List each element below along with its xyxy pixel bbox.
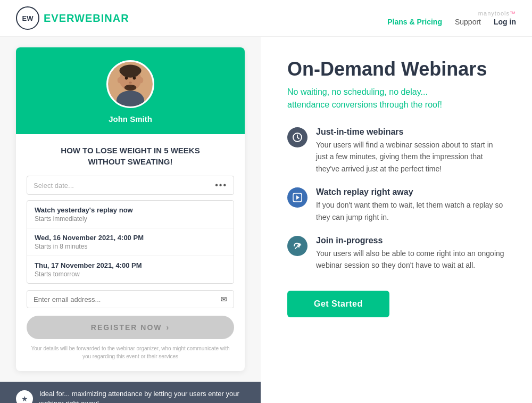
header: EW EVERWEBINAR manytools™ Plans & Pricin… [0,0,532,37]
option-title-3: Thu, 17 November 2021, 4:00 PM [35,261,226,269]
webinar-card: John Smith HOW TO LOSE WEIGHT IN 5 WEEKS… [16,47,245,371]
email-icon: ✉ [221,295,227,303]
nav-plans-pricing[interactable]: Plans & Pricing [387,18,442,26]
option-item-3[interactable]: Thu, 17 November 2021, 4:00 PM Starts to… [27,256,234,283]
bottom-bar: ★ Ideal for... maximizing attendance by … [0,382,261,403]
option-title-2: Wed, 16 November 2021, 4:00 PM [35,234,226,242]
brand-name: EVERWEBINAR [44,12,129,24]
main-container: John Smith HOW TO LOSE WEIGHT IN 5 WEEKS… [0,37,532,403]
nav-support[interactable]: Support [455,18,481,26]
dots-icon: ••• [215,180,227,190]
star-circle: ★ [16,390,33,403]
option-item-2[interactable]: Wed, 16 November 2021, 4:00 PM Starts in… [27,228,234,256]
nav-links: Plans & Pricing Support Log in [387,18,516,26]
feature-item-2: Watch replay right away If you don't wan… [287,187,505,223]
share-icon [287,236,307,256]
svg-point-9 [133,77,136,80]
feature-heading-2: Watch replay right away [316,187,505,197]
nav-login[interactable]: Log in [494,18,516,26]
option-sub-3: Starts tomorrow [35,270,226,278]
feature-list: Just-in-time webinars Your users will fi… [287,127,505,272]
svg-point-7 [139,77,143,83]
card-header: John Smith [16,47,245,134]
disclaimer: Your details will be forwarded to the we… [27,344,234,360]
options-list: Watch yesterday's replay now Starts imme… [27,200,234,284]
svg-point-4 [121,68,139,78]
feature-content-2: Watch replay right away If you don't wan… [316,187,505,223]
feature-content-1: Just-in-time webinars Your users will fi… [316,127,505,175]
email-row[interactable]: ✉ [27,290,234,308]
feature-heading-3: Join in-progress [316,236,505,245]
right-panel: On-Demand Webinars No waiting, no schedu… [261,37,532,403]
feature-heading-1: Just-in-time webinars [316,127,505,137]
option-item-1[interactable]: Watch yesterday's replay now Starts imme… [27,201,234,228]
logo-icon: EW [16,6,39,30]
section-heading: On-Demand Webinars [287,58,505,80]
feature-desc-2: If you don't want them to wait, let them… [316,199,505,223]
register-arrow-icon: › [167,323,170,332]
date-select[interactable]: Select date... ••• [27,176,234,195]
register-label: REGISTER NOW [91,323,162,332]
star-icon: ★ [21,394,28,403]
svg-marker-13 [296,195,300,200]
manytools-brand: manytools™ [478,10,516,17]
email-input[interactable] [34,295,221,303]
clock-icon [287,127,307,147]
bottom-bar-text: Ideal for... maximizing attendance by le… [39,389,245,403]
option-sub-1: Starts immediately [35,215,226,223]
header-right: manytools™ Plans & Pricing Support Log i… [387,10,516,26]
presenter-name: John Smith [109,114,152,124]
register-button[interactable]: REGISTER NOW › [27,316,234,339]
avatar [106,60,154,108]
feature-desc-3: Your users will also be able to come rig… [316,248,505,272]
date-select-placeholder: Select date... [34,182,215,190]
feature-content-3: Join in-progress Your users will also be… [316,236,505,272]
svg-point-10 [129,81,132,84]
logo-area: EW EVERWEBINAR [16,6,129,30]
webinar-title: HOW TO LOSE WEIGHT IN 5 WEEKS WITHOUT SW… [27,145,234,167]
option-title-1: Watch yesterday's replay now [35,206,226,214]
feature-item-3: Join in-progress Your users will also be… [287,236,505,272]
section-subtitle: No waiting, no scheduling, no delay... a… [287,86,505,111]
option-sub-2: Starts in 8 minutes [35,243,226,250]
left-panel: John Smith HOW TO LOSE WEIGHT IN 5 WEEKS… [0,37,261,403]
get-started-button[interactable]: Get Started [287,291,389,317]
play-icon [287,187,307,208]
svg-point-6 [118,77,121,83]
feature-item-1: Just-in-time webinars Your users will fi… [287,127,505,175]
feature-desc-1: Your users will find a webinar session a… [316,139,505,175]
svg-point-8 [125,77,128,80]
card-body: HOW TO LOSE WEIGHT IN 5 WEEKS WITHOUT SW… [16,134,245,371]
